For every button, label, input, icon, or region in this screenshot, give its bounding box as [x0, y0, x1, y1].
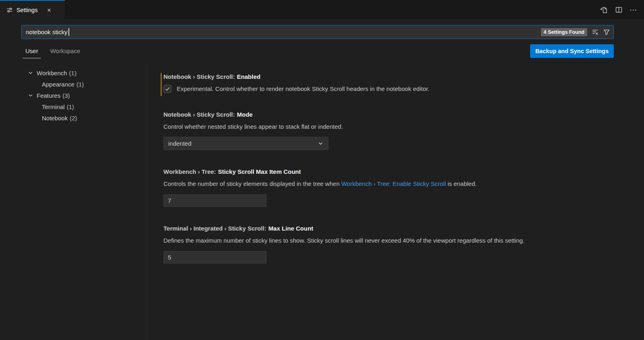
toc-label: Notebook [42, 115, 68, 122]
open-settings-json-icon[interactable] [600, 6, 608, 14]
check-icon [165, 86, 170, 92]
setting-title: Notebook › Sticky Scroll:Enabled [163, 73, 628, 80]
mode-select-dropdown[interactable]: indented [163, 137, 328, 150]
settings-tab[interactable]: Settings ✕ [0, 0, 65, 19]
toc-count: (1) [67, 103, 74, 110]
setting-notebook-sticky-scroll-mode: Notebook › Sticky Scroll:Mode Control wh… [163, 111, 628, 150]
description-text: Controls the number of sticky elements d… [163, 180, 341, 187]
toc-item-workbench[interactable]: Workbench (1) [0, 67, 147, 78]
setting-category: Notebook › Sticky Scroll: [163, 73, 235, 80]
tab-title: Settings [17, 7, 37, 13]
related-setting-link[interactable]: Workbench › Tree: Enable Sticky Scroll [341, 180, 446, 187]
settings-sliders-icon [6, 7, 13, 13]
setting-description: Experimental. Control whether to render … [177, 84, 429, 93]
settings-toc-tree: Workbench (1) Appearance (1) Features (3… [0, 63, 147, 340]
settings-search-input[interactable]: notebook sticky 4 Settings Found [21, 25, 614, 39]
toc-item-notebook[interactable]: Notebook (2) [0, 112, 147, 124]
tab-close-icon[interactable]: ✕ [47, 8, 51, 13]
toc-label: Appearance [42, 81, 74, 88]
chevron-down-icon [318, 140, 324, 146]
setting-category: Workbench › Tree: [163, 168, 216, 175]
settings-list: Notebook › Sticky Scroll:Enabled Experim… [147, 63, 644, 340]
backup-and-sync-button[interactable]: Backup and Sync Settings [530, 44, 614, 58]
selected-option: indented [168, 140, 192, 147]
setting-terminal-sticky-scroll-max-line-count: Terminal › Integrated › Sticky Scroll:Ma… [163, 225, 628, 264]
setting-title: Terminal › Integrated › Sticky Scroll:Ma… [163, 225, 628, 232]
toc-label: Terminal [42, 103, 65, 110]
chevron-down-icon[interactable] [27, 92, 34, 99]
setting-title: Notebook › Sticky Scroll:Mode [163, 111, 628, 118]
setting-notebook-sticky-scroll-enabled: Notebook › Sticky Scroll:Enabled Experim… [163, 73, 628, 93]
settings-content: Workbench (1) Appearance (1) Features (3… [0, 63, 644, 340]
setting-description: Controls the number of sticky elements d… [163, 179, 628, 188]
setting-label: Enabled [237, 73, 260, 80]
toc-label: Features [37, 92, 60, 99]
toc-item-appearance[interactable]: Appearance (1) [0, 78, 147, 90]
split-editor-icon[interactable] [615, 6, 623, 14]
setting-label: Mode [237, 111, 253, 118]
modified-indicator [161, 73, 162, 96]
editor-tab-bar: Settings ✕ ⋯ [0, 0, 644, 19]
toc-label: Workbench [37, 70, 67, 76]
search-query-text: notebook sticky [26, 29, 67, 35]
chevron-down-icon[interactable] [27, 70, 34, 76]
toc-count: (3) [62, 92, 70, 99]
setting-category: Notebook › Sticky Scroll: [163, 111, 235, 118]
search-row: notebook sticky 4 Settings Found [0, 19, 644, 39]
results-count-badge: 4 Settings Found [541, 28, 587, 36]
tab-user[interactable]: User [23, 44, 41, 58]
max-line-count-input[interactable] [163, 251, 266, 264]
setting-label: Max Line Count [268, 225, 314, 232]
scope-row: User Workspace Backup and Sync Settings [0, 39, 644, 63]
setting-title: Workbench › Tree:Sticky Scroll Max Item … [163, 168, 628, 175]
clear-search-icon[interactable] [592, 29, 599, 35]
setting-label: Sticky Scroll Max Item Count [218, 168, 301, 175]
more-actions-icon[interactable]: ⋯ [630, 6, 638, 14]
toc-item-features[interactable]: Features (3) [0, 90, 147, 101]
toc-item-terminal[interactable]: Terminal (1) [0, 101, 147, 112]
description-text: is enabled. [446, 180, 477, 187]
toc-count: (2) [70, 115, 77, 122]
filter-icon[interactable] [603, 29, 610, 36]
editor-actions: ⋯ [600, 0, 638, 19]
setting-tree-sticky-scroll-max-item-count: Workbench › Tree:Sticky Scroll Max Item … [163, 168, 628, 207]
setting-description: Defines the maximum number of sticky lin… [163, 236, 628, 245]
max-item-count-input[interactable] [163, 194, 266, 207]
toc-count: (1) [69, 70, 76, 76]
toc-count: (1) [76, 81, 84, 88]
text-caret [68, 28, 69, 36]
enabled-checkbox[interactable] [163, 85, 171, 93]
setting-description: Control whether nested sticky lines appe… [163, 122, 628, 131]
tab-workspace[interactable]: Workspace [47, 44, 83, 58]
setting-category: Terminal › Integrated › Sticky Scroll: [163, 225, 266, 232]
